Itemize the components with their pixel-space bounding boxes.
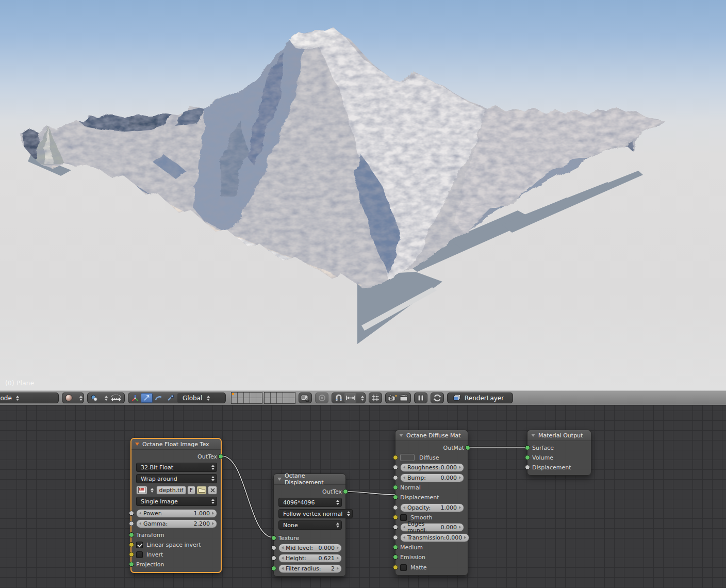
viewport-shading-sphere-icon[interactable] [63, 393, 75, 403]
power-slider[interactable]: Power: 1.000 [136, 509, 217, 518]
mid-level-slider[interactable]: Mid level: 0.000 [278, 544, 342, 552]
stepper-arrows-icon[interactable] [206, 396, 210, 401]
node-material-output[interactable]: Material Output Surface Volume Displacem… [527, 430, 591, 476]
pivot-point-icon[interactable] [88, 393, 100, 403]
proportional-edit-icon[interactable] [344, 393, 356, 403]
resolution-dropdown[interactable]: 4096*4096 [278, 498, 342, 507]
node-header[interactable]: Material Output [527, 430, 591, 441]
slider-right-arrow-icon[interactable] [212, 512, 214, 515]
linear-space-invert-checkbox[interactable] [136, 542, 143, 548]
slider-right-arrow-icon[interactable] [459, 506, 461, 509]
stepper-arrows-icon[interactable] [346, 511, 351, 516]
diffuse-color-swatch[interactable] [400, 454, 415, 461]
slider-right-arrow-icon[interactable] [337, 567, 339, 570]
node-octane-displacement[interactable]: Octane Displacement OutTex 4096*4096 Fol… [273, 473, 346, 577]
slider-left-arrow-icon[interactable] [403, 526, 405, 529]
translate-manipulator-icon[interactable] [141, 393, 153, 403]
slider-right-arrow-icon[interactable] [337, 557, 339, 560]
collapse-triangle-icon[interactable] [531, 434, 535, 437]
stepper-arrows-icon[interactable] [210, 499, 215, 504]
socket-matte[interactable] [393, 565, 398, 570]
opacity-slider[interactable]: Opacity: 1.000 [400, 503, 464, 512]
socket-diffuse[interactable] [393, 455, 398, 460]
socket-displacement[interactable] [393, 495, 398, 500]
layers-grid-right[interactable] [264, 392, 295, 404]
unlink-image-x-icon[interactable] [208, 486, 217, 495]
socket-transmission[interactable] [393, 535, 398, 540]
bump-slider[interactable]: Bump: 0.000 [400, 473, 464, 482]
socket-gamma[interactable] [129, 521, 134, 526]
roughness-slider[interactable]: Roughness: 0.000 [400, 463, 464, 472]
filter-type-dropdown[interactable]: None [278, 520, 342, 530]
socket-mid-level[interactable] [271, 545, 276, 550]
stepper-arrows-icon[interactable] [335, 522, 340, 528]
socket-surface[interactable] [525, 445, 530, 450]
socket-power[interactable] [129, 511, 134, 516]
collapse-triangle-icon[interactable] [277, 478, 282, 481]
socket-texture[interactable] [271, 535, 276, 541]
magnet-snap-icon[interactable] [333, 393, 344, 403]
stepper-arrows-icon[interactable] [335, 500, 340, 505]
socket-height[interactable] [271, 556, 276, 561]
node-editor[interactable]: Octane Float Image Tex OutTex 32-Bit Flo… [0, 405, 726, 588]
socket-bump[interactable] [393, 475, 398, 480]
axis-gizmo-icon[interactable] [129, 393, 141, 403]
socket-linear-space-invert[interactable] [129, 542, 134, 547]
screen-link-icon[interactable] [299, 393, 312, 403]
node-header[interactable]: Octane Diffuse Mat [395, 430, 468, 441]
stepper-arrows-icon[interactable] [150, 488, 154, 493]
socket-normal[interactable] [393, 485, 398, 490]
pause-icon[interactable] [414, 393, 427, 403]
socket-outtex[interactable] [218, 454, 223, 459]
height-slider[interactable]: Height: 0.621 [278, 554, 342, 563]
snap-element-icon[interactable] [369, 393, 382, 403]
node-octane-diffuse-mat[interactable]: Octane Diffuse Mat OutMat Diffuse Roughn… [395, 430, 468, 576]
fake-user-button[interactable]: F [187, 486, 195, 495]
socket-projection[interactable] [129, 562, 134, 567]
invert-checkbox[interactable] [136, 551, 143, 558]
opengl-render-camera-icon[interactable] [386, 393, 398, 403]
socket-emission[interactable] [393, 554, 398, 560]
socket-smooth[interactable] [393, 515, 398, 520]
slider-left-arrow-icon[interactable] [139, 512, 141, 515]
bit-depth-dropdown[interactable]: 32-Bit Float [136, 463, 217, 472]
socket-filter-radius[interactable] [271, 566, 276, 571]
slider-left-arrow-icon[interactable] [403, 506, 405, 509]
collapse-triangle-icon[interactable] [135, 443, 139, 446]
collapse-triangle-icon[interactable] [399, 434, 403, 437]
slider-left-arrow-icon[interactable] [403, 466, 405, 469]
orientation-dropdown[interactable]: Global [177, 393, 225, 403]
slider-right-arrow-icon[interactable] [464, 536, 466, 539]
slider-left-arrow-icon[interactable] [403, 536, 405, 539]
stepper-arrows-icon[interactable] [210, 476, 215, 481]
node-octane-float-image-tex[interactable]: Octane Float Image Tex OutTex 32-Bit Flo… [130, 438, 222, 573]
socket-outtex[interactable] [343, 489, 348, 494]
layers-grid-left[interactable] [231, 392, 262, 404]
stepper-arrows-icon[interactable] [210, 465, 215, 470]
manipulate-centers-icon[interactable] [108, 393, 124, 403]
socket-invert[interactable] [129, 552, 134, 557]
node-header[interactable]: Octane Float Image Tex [131, 439, 221, 450]
frame-mode-dropdown[interactable]: Single Image [136, 497, 217, 506]
slider-left-arrow-icon[interactable] [282, 567, 284, 570]
stepper-arrows-icon[interactable] [104, 396, 108, 401]
filter-radius-slider[interactable]: Filter radius: 2 [278, 564, 342, 573]
image-datablock-icon[interactable] [136, 486, 147, 495]
slider-right-arrow-icon[interactable] [337, 546, 339, 549]
transmission-slider[interactable]: Transmission: 0.000 [400, 533, 469, 542]
slider-right-arrow-icon[interactable] [459, 526, 461, 529]
socket-edges-rounding[interactable] [393, 525, 398, 530]
opengl-render-anim-icon[interactable] [398, 393, 410, 403]
socket-medium[interactable] [393, 545, 398, 550]
slider-left-arrow-icon[interactable] [403, 476, 405, 479]
unlink-circle-icon[interactable] [315, 393, 328, 403]
rotate-manipulator-icon[interactable] [153, 393, 164, 403]
image-name-field[interactable]: depth.tif [156, 486, 186, 495]
wrap-mode-dropdown[interactable]: Wrap around [136, 474, 217, 483]
gamma-slider[interactable]: Gamma: 2.200 [136, 519, 217, 528]
open-image-folder-icon[interactable] [196, 486, 207, 495]
socket-outmat[interactable] [465, 445, 470, 450]
matte-checkbox[interactable] [400, 564, 407, 571]
socket-output-displacement[interactable] [525, 465, 530, 470]
slider-right-arrow-icon[interactable] [212, 522, 214, 525]
